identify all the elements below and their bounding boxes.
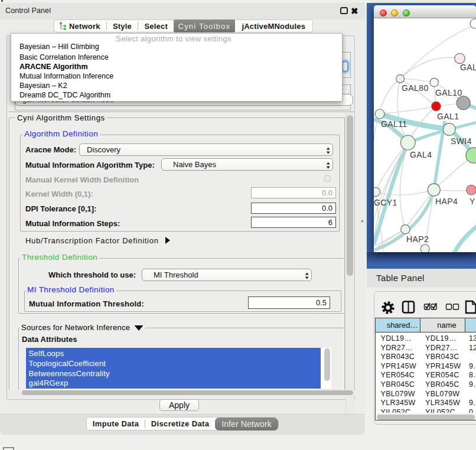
svg-text:GAL1: GAL1 <box>437 112 459 121</box>
svg-text:Y: Y <box>470 197 475 206</box>
svg-text:HAP4: HAP4 <box>435 197 458 206</box>
svg-text:GAL11: GAL11 <box>381 119 407 129</box>
svg-text:GAL2: GAL2 <box>460 63 476 72</box>
svg-text:GCY1: GCY1 <box>374 198 397 207</box>
svg-text:GAL80: GAL80 <box>402 83 429 93</box>
svg-text:HAP2: HAP2 <box>406 234 429 244</box>
svg-text:GAL4: GAL4 <box>410 150 432 159</box>
svg-text:SWI4: SWI4 <box>451 136 472 146</box>
svg-text:GAL10: GAL10 <box>435 88 462 97</box>
